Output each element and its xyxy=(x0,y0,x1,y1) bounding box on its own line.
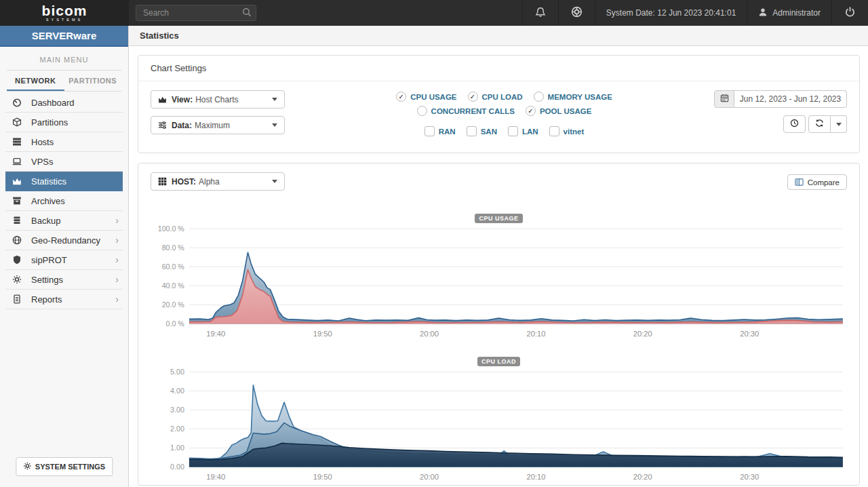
user-menu[interactable]: Administrator xyxy=(747,0,831,26)
cpu-load-badge: CPU LOAD xyxy=(477,357,520,366)
chevron-right-icon: › xyxy=(115,274,119,285)
svg-text:2.00: 2.00 xyxy=(170,425,184,433)
checkbox-vitnet[interactable]: vitnet xyxy=(549,126,585,136)
checkbox-label: MEMORY USAGE xyxy=(548,93,612,101)
chevron-right-icon: › xyxy=(115,254,119,265)
sidebar-item-label: Archives xyxy=(31,196,119,206)
refresh-options-button[interactable] xyxy=(831,115,847,133)
svg-text:20:00: 20:00 xyxy=(420,330,439,338)
view-value: Host Charts xyxy=(195,95,238,104)
refresh-button[interactable] xyxy=(808,115,831,133)
checkbox-concurrent-calls[interactable]: CONCURRENT CALLS xyxy=(417,106,515,116)
dashboard-icon xyxy=(12,98,23,107)
chart-settings-title: Chart Settings xyxy=(138,56,859,81)
sidebar-item-backup[interactable]: Backup› xyxy=(5,211,123,231)
svg-text:19:50: 19:50 xyxy=(313,473,332,481)
checkbox-cpu-usage[interactable]: ✓CPU USAGE xyxy=(396,92,456,102)
sidebar-item-settings[interactable]: Settings› xyxy=(5,270,123,290)
archives-icon xyxy=(12,196,23,206)
sidebar-item-geo-redundancy[interactable]: Geo-Redundancy› xyxy=(5,231,123,250)
system-settings-button[interactable]: SYSTEM SETTINGS xyxy=(16,457,113,476)
svg-text:60.0 %: 60.0 % xyxy=(162,262,185,271)
date-range-input[interactable] xyxy=(734,90,847,108)
logout-button[interactable] xyxy=(831,0,868,26)
sidebar-item-archives[interactable]: Archives xyxy=(5,191,123,211)
chevron-down-icon xyxy=(272,123,277,127)
chevron-right-icon: › xyxy=(115,215,119,226)
notifications-button[interactable] xyxy=(522,0,558,26)
checkbox-label: vitnet xyxy=(564,128,585,136)
sidebar-item-reports[interactable]: Reports› xyxy=(5,290,123,309)
main-menu-heading: MAIN MENU xyxy=(0,47,128,70)
host-dropdown[interactable]: HOST: Alpha xyxy=(151,172,285,191)
svg-text:20:30: 20:30 xyxy=(740,473,759,481)
checked-box-icon: ✓ xyxy=(468,92,478,102)
svg-text:20:10: 20:10 xyxy=(526,473,545,481)
svg-text:40.0 %: 40.0 % xyxy=(162,281,185,290)
svg-text:20.0 %: 20.0 % xyxy=(162,300,185,309)
checkbox-lan[interactable]: LAN xyxy=(508,126,538,136)
sidebar-item-label: Statistics xyxy=(31,176,119,187)
compare-label: Compare xyxy=(808,178,840,187)
sidebar-item-label: Hosts xyxy=(31,137,119,147)
data-dropdown[interactable]: Data: Maximum xyxy=(151,116,285,134)
globe-icon xyxy=(12,235,23,245)
sidebar-item-label: VPSs xyxy=(31,157,119,167)
svg-text:1.00: 1.00 xyxy=(170,444,184,452)
checked-box-icon: ✓ xyxy=(526,106,536,116)
checkbox-san[interactable]: SAN xyxy=(467,126,497,136)
support-button[interactable] xyxy=(558,0,595,26)
vps-icon xyxy=(12,157,23,166)
checkbox-ran[interactable]: RAN xyxy=(425,126,456,136)
search-input[interactable] xyxy=(136,5,256,21)
search-icon[interactable] xyxy=(242,7,252,20)
gear-icon xyxy=(23,462,31,471)
unchecked-box-icon xyxy=(467,126,477,136)
tab-network[interactable]: NETWORK xyxy=(7,71,64,91)
compare-button[interactable]: Compare xyxy=(787,174,847,190)
sidebar-item-label: Dashboard xyxy=(31,98,119,108)
time-button[interactable] xyxy=(783,115,806,133)
cpu-load-chart: CPU LOAD 5.004.003.002.001.000.0019:4019… xyxy=(138,357,859,485)
sidebar-item-partitions[interactable]: Partitions xyxy=(5,113,123,132)
calendar-button[interactable] xyxy=(714,90,734,108)
backup-icon xyxy=(12,216,23,225)
cpu-usage-plot[interactable]: 100.0 %80.0 %60.0 %40.0 %20.0 %0.0 %19:4… xyxy=(151,223,847,342)
checkbox-memory-usage[interactable]: MEMORY USAGE xyxy=(534,92,612,102)
svg-text:0.0 %: 0.0 % xyxy=(166,319,185,328)
view-dropdown[interactable]: View: Host Charts xyxy=(151,90,285,109)
statistics-icon xyxy=(12,176,23,186)
logo-subtext: SYSTEMS xyxy=(46,18,83,22)
hosts-icon xyxy=(12,137,23,147)
chevron-down-icon xyxy=(272,98,277,101)
checkbox-cpu-load[interactable]: ✓CPU LOAD xyxy=(468,92,523,102)
sidebar-item-label: Geo-Redundancy xyxy=(31,235,115,246)
system-settings-label: SYSTEM SETTINGS xyxy=(35,463,105,471)
svg-text:19:50: 19:50 xyxy=(313,330,332,338)
area-chart-icon xyxy=(158,95,167,104)
sidebar-item-hosts[interactable]: Hosts xyxy=(5,132,123,152)
sidebar-item-statistics[interactable]: Statistics xyxy=(5,172,123,191)
tab-partitions[interactable]: PARTITIONS xyxy=(64,71,122,91)
sidebar-menu: DashboardPartitionsHostsVPSsStatisticsAr… xyxy=(0,92,128,309)
chevron-right-icon: › xyxy=(115,235,119,246)
sliders-icon xyxy=(158,121,167,130)
sidebar-item-dashboard[interactable]: Dashboard xyxy=(5,93,123,113)
sidebar-item-vpss[interactable]: VPSs xyxy=(5,152,123,172)
checkbox-label: SAN xyxy=(481,128,497,136)
gear-icon xyxy=(12,275,23,284)
calendar-icon xyxy=(720,93,729,105)
bicom-logo: bicom SYSTEMS xyxy=(0,0,129,26)
svg-text:19:40: 19:40 xyxy=(206,473,225,481)
svg-text:80.0 %: 80.0 % xyxy=(162,244,185,252)
checkbox-label: CPU USAGE xyxy=(410,93,456,101)
svg-text:20:20: 20:20 xyxy=(633,473,652,481)
cpu-load-plot[interactable]: 5.004.003.002.001.000.0019:4019:5020:002… xyxy=(151,366,847,485)
sidebar-item-sipprot[interactable]: sipPROT› xyxy=(5,250,123,270)
svg-text:100.0 %: 100.0 % xyxy=(158,225,185,233)
sidebar-item-label: Backup xyxy=(31,216,115,226)
logo-text: bicom xyxy=(42,5,87,17)
cpu-usage-badge: CPU USAGE xyxy=(475,214,522,223)
checkbox-pool-usage[interactable]: ✓POOL USAGE xyxy=(526,106,591,116)
system-date-text: System Date: 12 Jun 2023 20:41:01 xyxy=(606,8,736,18)
